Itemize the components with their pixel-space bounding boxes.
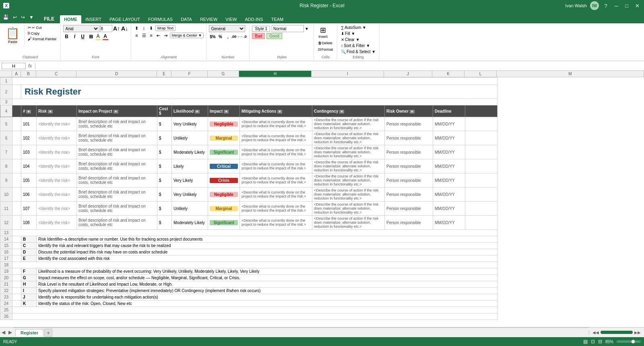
tab-formulas[interactable]: FORMULAS [144, 15, 177, 23]
copy-button[interactable]: ⎘ Copy [27, 31, 58, 36]
bad-style[interactable]: Bad [252, 33, 265, 39]
tab-data[interactable]: DATA [177, 15, 196, 23]
zoom-level: 85% [605, 340, 613, 344]
font-family-select[interactable]: Arial [63, 25, 99, 32]
tab-team[interactable]: TEAM [267, 15, 288, 23]
wrap-text-btn[interactable]: Wrap Text [155, 25, 175, 31]
col-header-G[interactable]: G [208, 71, 239, 77]
col-header-B[interactable]: B [21, 71, 36, 77]
cut-button[interactable]: ✂ ✂ Cut [27, 25, 58, 30]
redo-qat-btn[interactable]: ↪ [20, 14, 26, 20]
scroll-left-icon[interactable]: ◀◀ [592, 330, 599, 335]
cut-label: ✂ Cut [32, 26, 42, 30]
align-bottom-btn[interactable]: ⬇ [148, 25, 155, 31]
style-dropdown-btn[interactable]: ▼ [305, 27, 309, 31]
scroll-right-btn[interactable]: ▶ [7, 330, 14, 335]
delete-label: Delete [322, 41, 332, 45]
minimize-btn[interactable]: ─ [613, 2, 620, 9]
col-header-H[interactable]: H [239, 71, 312, 77]
align-right-btn[interactable]: ≡ [148, 32, 155, 39]
increase-decimal-btn[interactable]: .00→ [232, 33, 239, 40]
scroll-left-btn[interactable]: ◀ [0, 330, 7, 335]
file-tab[interactable]: FILE [38, 11, 60, 23]
border-button[interactable]: ⊞ [87, 33, 95, 40]
col-header-M[interactable]: M [497, 71, 644, 77]
autosum-button[interactable]: ∑ AutoSum ▼ [340, 25, 367, 30]
col-header-D[interactable]: D [76, 71, 157, 77]
zoom-slider[interactable] [617, 340, 641, 343]
impact-badge-significant-103: Significant [210, 150, 238, 155]
comma-btn[interactable]: , [224, 33, 231, 40]
col-header-J[interactable]: J [384, 71, 432, 77]
qat-dropdown-btn[interactable]: ▼ [28, 14, 35, 20]
maximize-btn[interactable]: □ [623, 2, 630, 9]
tab-review[interactable]: REVIEW [196, 15, 221, 23]
col-header-L[interactable]: L [464, 71, 497, 77]
col-header-E[interactable]: E [157, 71, 171, 77]
delete-icon: 🗑 [318, 41, 322, 45]
find-label: Find & Select ▼ [347, 49, 376, 54]
sheet-tab-register[interactable]: Register [15, 329, 43, 336]
col-header-C[interactable]: C [36, 71, 76, 77]
font-grow-btn[interactable]: A↑ [113, 25, 120, 32]
align-middle-btn[interactable]: ↕ [141, 25, 147, 31]
col-header-A[interactable]: A [12, 71, 21, 77]
clear-button[interactable]: ✕ Clear ▼ [340, 37, 361, 42]
currency-btn[interactable]: $% [209, 33, 216, 40]
cell-style-input[interactable] [272, 25, 304, 32]
col-header-F[interactable]: F [171, 71, 208, 77]
horizontal-scrollbar[interactable] [601, 331, 633, 334]
view-break-btn[interactable]: ⊟ [598, 339, 602, 344]
close-btn[interactable]: ✕ [634, 2, 641, 9]
save-qat-btn[interactable]: 💾 [2, 14, 10, 20]
increase-indent-btn[interactable]: ⇥ [163, 32, 169, 39]
legend-row-H: 21 H Risk Level is the resultant of Like… [0, 281, 497, 288]
undo-qat-btn[interactable]: ↩ [12, 14, 18, 20]
merge-center-btn[interactable]: Merge & Center ▼ [170, 33, 204, 38]
fill-button[interactable]: ⬇ Fill ▼ [340, 31, 356, 36]
tab-addins[interactable]: ADD-INS [241, 15, 267, 23]
font-color-button[interactable]: A [103, 33, 108, 40]
tab-page-layout[interactable]: PAGE LAYOUT [105, 15, 144, 23]
editing-label: Editing [353, 55, 364, 59]
sheet-scroll-area[interactable]: 1 2 Risk Register 3 [0, 77, 644, 327]
sort-filter-button[interactable]: ↕ Sort & Filter ▼ [340, 43, 371, 48]
help-btn[interactable]: ? [602, 2, 609, 9]
tab-view[interactable]: VIEW [221, 15, 241, 23]
format-button[interactable]: ⊟ Format [316, 47, 334, 52]
font-shrink-btn[interactable]: A↓ [121, 25, 128, 32]
delete-button[interactable]: 🗑 Delete [316, 40, 334, 46]
copy-label: Copy [31, 31, 39, 35]
col-header-I[interactable]: I [312, 71, 384, 77]
add-sheet-btn[interactable]: + [44, 329, 52, 337]
align-center-btn[interactable]: ☰ [141, 32, 147, 39]
insert-button[interactable]: ⊞ Insert [316, 25, 329, 39]
align-left-btn[interactable]: ≡ [134, 32, 140, 39]
tab-insert[interactable]: INSERT [81, 15, 105, 23]
view-normal-btn[interactable]: ▤ [583, 339, 588, 344]
view-layout-btn[interactable]: ⊡ [591, 339, 595, 344]
scroll-right-icon[interactable]: ▶▶ [634, 330, 641, 335]
good-style[interactable]: Good [266, 33, 282, 39]
format-painter-button[interactable]: 🖌 Format Painter [27, 36, 58, 41]
decrease-indent-btn[interactable]: ⇤ [155, 32, 162, 39]
data-row-104: 8 104 <Identify the risk> Brief descript… [0, 159, 497, 173]
align-top-btn[interactable]: ⬆ [134, 25, 140, 31]
fill-color-button[interactable]: A [95, 33, 101, 40]
find-select-button[interactable]: 🔍 Find & Select ▼ [340, 49, 377, 54]
percent-btn[interactable]: % [217, 33, 224, 40]
font-size-input[interactable] [100, 25, 112, 32]
autosum-label: AutoSum ▼ [345, 25, 366, 30]
window-title: Risk Register - Excel [299, 3, 344, 8]
bold-button[interactable]: B [63, 33, 70, 40]
italic-button[interactable]: I [71, 33, 78, 40]
underline-button[interactable]: U [79, 33, 87, 40]
tab-home[interactable]: HOME [60, 15, 81, 23]
paste-button[interactable]: 📋 Paste [2, 25, 23, 45]
formula-input[interactable] [36, 64, 642, 68]
decrease-decimal-btn[interactable]: ←.0 [239, 33, 247, 40]
col-header-K[interactable]: K [432, 71, 464, 77]
cell-reference-box[interactable] [2, 63, 26, 69]
number-format-select[interactable]: General Number Currency [209, 25, 245, 32]
legend-row-D: 16 D Discuss the potential impact this r… [0, 249, 497, 255]
